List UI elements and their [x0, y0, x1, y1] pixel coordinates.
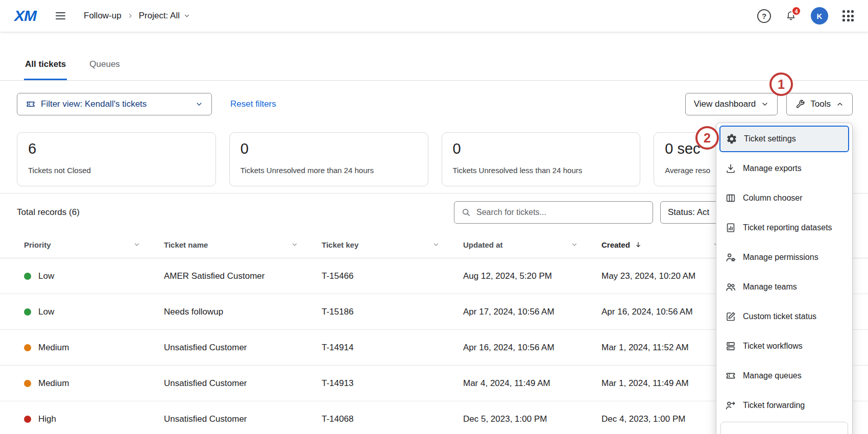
column-label: Updated at — [463, 240, 503, 249]
column-label: Created — [601, 240, 630, 249]
apps-grid-icon[interactable] — [842, 10, 854, 21]
updated-at: Aug 12, 2024, 5:20 PM — [463, 271, 601, 281]
stat-value: 0 — [453, 140, 630, 157]
report-chart-icon — [725, 222, 736, 233]
menu-item-ticket-reporting-datasets[interactable]: Ticket reporting datasets — [719, 214, 849, 241]
annotation-step-2: 2 — [695, 126, 719, 150]
tab-queues[interactable]: Queues — [88, 55, 121, 80]
stat-card-unresolved-less-24h: 0 Tickets Unresolved less than 24 hours — [442, 132, 641, 186]
column-label: Priority — [24, 240, 51, 249]
priority-value: High — [38, 414, 56, 424]
filter-view-label: Filter view: Kendall's tickets — [41, 99, 147, 109]
chevron-down-icon[interactable] — [432, 241, 440, 248]
download-icon — [725, 163, 736, 174]
edit-icon — [725, 311, 736, 322]
menu-item-manage-exports[interactable]: Manage exports — [719, 155, 849, 182]
filter-view-button[interactable]: Filter view: Kendall's tickets — [17, 93, 212, 115]
ticket-name: Unsatisfied Customer — [164, 414, 322, 424]
tab-all-tickets[interactable]: All tickets — [24, 55, 67, 80]
ticket-key: T-15466 — [322, 271, 463, 281]
updated-at: Dec 5, 2023, 1:00 PM — [463, 414, 601, 424]
chevron-down-icon[interactable] — [571, 241, 578, 248]
priority-value: Medium — [38, 378, 69, 389]
chevron-up-icon — [836, 100, 844, 108]
ticket-search — [454, 201, 653, 224]
menu-item-label: Ticket workflows — [743, 342, 803, 351]
ticket-name: Needs followup — [164, 307, 322, 317]
breadcrumb-section[interactable]: Follow-up — [84, 11, 122, 21]
workflow-icon — [725, 341, 736, 352]
tools-wrench-icon — [795, 99, 805, 109]
priority-dot-medium — [24, 344, 31, 351]
menu-item-label: Ticket reporting datasets — [743, 223, 832, 232]
ticket-icon — [725, 370, 736, 381]
chevron-down-icon[interactable] — [133, 241, 140, 248]
avatar[interactable]: K — [811, 7, 828, 25]
annotation-step-1: 1 — [769, 73, 793, 96]
menu-item-ticket-forwarding[interactable]: Ticket forwarding — [719, 392, 849, 419]
notifications-button[interactable]: 4 — [785, 10, 797, 21]
chevron-down-icon — [183, 12, 190, 19]
stat-card-not-closed: 6 Tickets not Closed — [17, 132, 216, 186]
search-icon — [461, 207, 471, 218]
ticket-key: T-14914 — [322, 343, 463, 353]
priority-dot-high — [24, 416, 31, 423]
stat-card-unresolved-more-24h: 0 Tickets Unresolved more than 24 hours — [229, 132, 428, 186]
chevron-down-icon — [195, 100, 203, 108]
updated-at: Mar 4, 2024, 11:49 AM — [463, 378, 601, 389]
topbar-actions: ? 4 K — [757, 7, 854, 25]
project-selector[interactable]: Project: All — [139, 11, 190, 21]
top-bar: XM Follow-up Project: All ? 4 K — [0, 0, 868, 32]
column-label: Ticket key — [322, 240, 358, 249]
tabs-bar: All tickets Queues — [0, 32, 868, 81]
status-filter-label: Status: Act — [668, 207, 709, 218]
stat-label: Tickets Unresolved less than 24 hours — [453, 166, 630, 175]
ticket-name: AMER Satisfied Customer — [164, 271, 322, 281]
priority-dot-low — [24, 273, 31, 280]
chevron-right-icon — [127, 12, 134, 19]
column-label: Ticket name — [164, 240, 208, 249]
column-header-priority[interactable]: Priority — [24, 240, 164, 249]
priority-value: Low — [38, 307, 54, 317]
menu-item-label: Ticket forwarding — [743, 401, 805, 410]
menu-item-manage-permissions[interactable]: Manage permissions — [719, 244, 849, 271]
column-header-ticket-name[interactable]: Ticket name — [164, 240, 322, 249]
ticket-name: Unsatisfied Customer — [164, 378, 322, 389]
person-arrow-icon — [725, 400, 736, 411]
stat-label: Tickets not Closed — [28, 166, 205, 175]
notification-badge: 4 — [791, 6, 801, 16]
updated-at: Apr 17, 2024, 10:56 AM — [463, 307, 601, 317]
total-records-label: Total records (6) — [17, 207, 80, 218]
menu-item-manage-queues[interactable]: Manage queues — [719, 363, 849, 389]
view-dashboard-label: View dashboard — [694, 99, 756, 109]
column-header-updated-at[interactable]: Updated at — [463, 240, 601, 249]
priority-value: Low — [38, 271, 54, 281]
menu-item-column-chooser[interactable]: Column chooser — [719, 185, 849, 211]
hamburger-menu-icon[interactable] — [56, 12, 65, 20]
menu-item-label: Manage exports — [743, 164, 802, 173]
menu-item-partially-hidden — [720, 422, 848, 434]
menu-item-manage-teams[interactable]: Manage teams — [719, 274, 849, 300]
priority-dot-low — [24, 308, 31, 316]
chevron-down-icon[interactable] — [291, 241, 298, 248]
stat-value: 0 — [240, 140, 417, 157]
chevron-down-icon — [761, 100, 769, 108]
menu-item-ticket-workflows[interactable]: Ticket workflows — [719, 333, 849, 359]
updated-at: Apr 16, 2024, 10:56 AM — [463, 343, 601, 353]
view-dashboard-button[interactable]: View dashboard — [685, 93, 778, 115]
columns-icon — [725, 192, 736, 204]
menu-item-label: Custom ticket status — [743, 312, 816, 321]
priority-dot-medium — [24, 380, 31, 387]
menu-item-label: Manage permissions — [743, 253, 818, 262]
person-gear-icon — [725, 252, 736, 263]
menu-item-ticket-settings[interactable]: Ticket settings — [719, 126, 849, 152]
tools-button[interactable]: Tools — [786, 93, 853, 115]
menu-item-label: Manage queues — [743, 371, 802, 380]
project-selector-label: Project: All — [139, 11, 180, 21]
reset-filters-link[interactable]: Reset filters — [230, 99, 276, 109]
search-input[interactable] — [476, 208, 646, 217]
menu-item-custom-ticket-status[interactable]: Custom ticket status — [719, 303, 849, 330]
ticket-key: T-14068 — [322, 414, 463, 424]
column-header-ticket-key[interactable]: Ticket key — [322, 240, 463, 249]
help-icon[interactable]: ? — [757, 9, 771, 23]
